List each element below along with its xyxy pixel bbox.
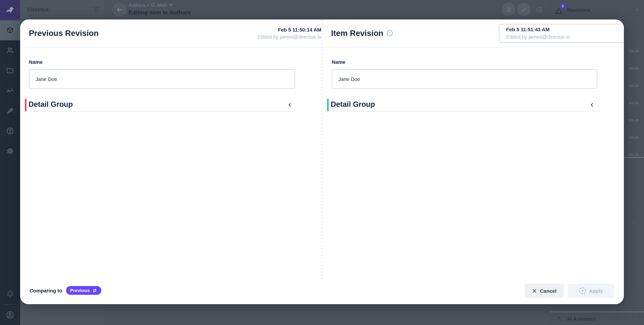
apply-button[interactable]: Apply: [568, 284, 614, 298]
previous-name-field: Name: [29, 59, 295, 89]
breadcrumb-version[interactable]: Main: [158, 3, 167, 8]
revision-list-truncated: us.io us.io us.io us.io us.io us.io us.i…: [629, 42, 639, 163]
item-revision-edited-by: Edited by james@directus.io: [506, 33, 623, 41]
name-field-label: Name: [332, 59, 598, 65]
bell-icon: [6, 290, 14, 298]
chevron-left-icon[interactable]: [631, 215, 636, 220]
back-button[interactable]: [112, 3, 126, 17]
previous-revision-header: Previous Revision Feb 5 11:50:14 AM Edit…: [29, 20, 333, 47]
comparing-target-button[interactable]: Previous: [66, 286, 101, 295]
chevron-down-icon[interactable]: [634, 7, 640, 13]
previous-detail-group: Detail Group: [25, 99, 295, 112]
rabbit-logo-icon: [4, 4, 16, 16]
users-icon: [6, 46, 14, 54]
drawer-header-rule: [20, 47, 624, 48]
save-item-button[interactable]: [517, 3, 531, 16]
group-collapse-chevron-icon[interactable]: [589, 102, 595, 108]
revision-line-fragment: us.io: [629, 94, 639, 111]
revision-compare-drawer: Previous Revision Feb 5 11:50:14 AM Edit…: [20, 20, 624, 304]
ai-assistant-label: AI Assistant: [567, 316, 634, 321]
item-revision-title: Item Revision: [331, 29, 384, 38]
previous-revision-timestamp: Feb 5 11:50:14 AM: [258, 26, 321, 33]
item-detail-group: Detail Group: [327, 99, 598, 112]
revision-line-fragment: us.io: [629, 77, 639, 94]
gear-icon: [6, 147, 14, 155]
group-accent-bar-success: [327, 99, 329, 112]
name-field-label: Name: [29, 59, 295, 65]
folder-icon: [6, 67, 14, 75]
module-settings[interactable]: [0, 141, 20, 161]
revisions-section-header[interactable]: 8 Revisions: [550, 0, 644, 20]
comparing-to-label: Comparing to: [30, 287, 62, 293]
trash-icon: [505, 6, 512, 13]
page-title: Editing Item in Authors: [128, 10, 191, 16]
check-icon: [521, 6, 527, 13]
item-revision-timestamp: Feb 5 11:51:43 AM: [506, 26, 623, 34]
title-block: Authors • Main Editing Item in Authors: [128, 2, 191, 16]
module-insights[interactable]: [0, 81, 20, 101]
revision-select-dropdown[interactable]: Feb 5 11:51:43 AM Edited by james@direct…: [499, 24, 624, 43]
detail-group-title: Detail Group: [331, 100, 375, 109]
group-collapse-chevron-icon[interactable]: [287, 102, 292, 108]
cancel-button[interactable]: Cancel: [524, 284, 564, 298]
nav-header: Directus: [20, 0, 104, 20]
module-users[interactable]: [0, 40, 20, 61]
apply-label: Apply: [589, 288, 603, 294]
revision-line-fragment: us.io: [629, 42, 639, 60]
item-name-field: Name: [332, 59, 598, 89]
project-name: Directus: [27, 7, 49, 13]
revision-line-fragment: us.io: [629, 111, 639, 129]
close-icon: [532, 288, 537, 293]
comparing-target-value: Previous: [70, 288, 90, 293]
module-help[interactable]: [0, 121, 20, 141]
apply-commit-icon: [579, 287, 586, 294]
directus-app: Directus Authors • Main Editing Item in …: [0, 0, 644, 325]
top-bar-actions: [502, 3, 546, 16]
revision-line-fragment: us.io: [629, 129, 639, 146]
content-cube-icon: [6, 26, 14, 34]
version-icon: [151, 3, 156, 8]
revisions-count-badge: 8: [560, 3, 566, 9]
module-marketplace[interactable]: [0, 101, 20, 121]
previous-revision-edited-by: Edited by james@directus.io: [258, 33, 321, 40]
previous-revision-title: Previous Revision: [29, 29, 98, 38]
avatar-icon: [6, 310, 14, 319]
revision-line-fragment: us.io: [629, 60, 639, 77]
collapse-sidebar-icon: [536, 7, 542, 12]
cancel-label: Cancel: [540, 288, 556, 294]
breadcrumb: Authors • Main: [128, 2, 191, 8]
info-icon: !: [387, 30, 393, 36]
previous-name-input[interactable]: [29, 69, 295, 89]
chevron-down-icon: [623, 30, 624, 36]
item-name-input[interactable]: [332, 69, 598, 89]
swap-icon: [92, 288, 97, 293]
drawer-actions: Cancel Apply: [524, 284, 614, 298]
rocket-icon: [6, 107, 14, 115]
collapse-nav-icon[interactable]: [94, 7, 99, 13]
version-dropdown-arrow-icon[interactable]: [170, 4, 172, 6]
user-avatar[interactable]: [0, 305, 20, 325]
compare-split-divider: [322, 20, 322, 280]
breadcrumb-separator: •: [147, 3, 149, 8]
detail-group-title: Detail Group: [28, 100, 73, 109]
module-files[interactable]: [0, 61, 20, 81]
insights-icon: [6, 87, 14, 95]
item-revision-header: Item Revision ! Feb 5 11:51:43 AM Edited…: [331, 20, 624, 47]
sparkles-icon: [556, 315, 563, 322]
chevron-left-icon[interactable]: [634, 316, 639, 321]
group-accent-bar-danger: [25, 99, 26, 112]
revisions-title: Revisions: [567, 7, 591, 13]
notifications-button[interactable]: [0, 284, 20, 304]
breadcrumb-collection[interactable]: Authors: [128, 3, 145, 8]
toggle-sidebar-button[interactable]: [533, 3, 546, 16]
module-bar: [0, 0, 20, 325]
ai-assistant-section[interactable]: AI Assistant: [550, 311, 644, 325]
group-divider: [331, 111, 598, 112]
directus-logo[interactable]: [0, 0, 20, 20]
chevron-left-icon[interactable]: [631, 195, 636, 200]
comparing-to-group: Comparing to Previous: [30, 286, 101, 295]
help-icon: [6, 127, 14, 135]
delete-item-button[interactable]: [502, 3, 515, 16]
module-content[interactable]: [0, 20, 20, 40]
revision-line-fragment: us.io: [629, 146, 639, 163]
